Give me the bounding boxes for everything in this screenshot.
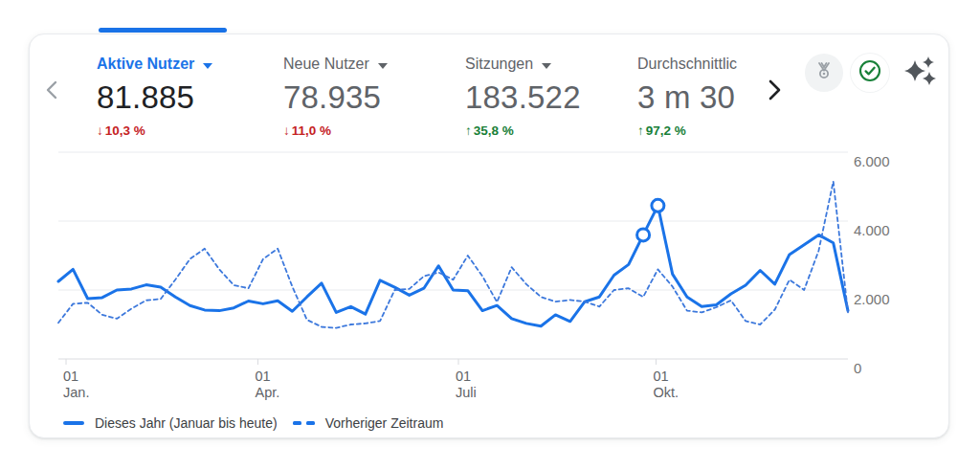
x-axis-tick-day: 01	[456, 368, 471, 384]
x-axis-tick-month: Jan.	[63, 385, 89, 400]
metric-label: Aktive Nutzer	[97, 54, 194, 75]
x-axis-tick-month: Apr.	[255, 385, 279, 400]
metric-tab-aktive-nutzer[interactable]: Aktive Nutzer 81.885 ↓10,3 %	[97, 54, 274, 138]
y-axis-tick: 2.000	[854, 291, 890, 307]
metric-tab-sitzungen[interactable]: Sitzungen 183.522 ↑35,8 %	[465, 54, 642, 138]
data-point-marker	[637, 229, 650, 241]
metric-value: 78.935	[283, 79, 460, 116]
solid-line-swatch-icon	[63, 421, 84, 425]
dashed-line-swatch-icon	[293, 421, 315, 425]
y-axis-tick: 4.000	[854, 222, 890, 238]
y-axis-tick: 0	[854, 360, 861, 376]
metric-delta: ↓10,3 %	[97, 123, 274, 138]
delta-percent: 97,2 %	[646, 123, 686, 138]
data-quality-button[interactable]	[851, 54, 889, 92]
benchmark-medal-button[interactable]	[805, 54, 843, 92]
prev-metrics-button[interactable]	[41, 77, 64, 103]
x-axis-tick-month: Juli	[456, 385, 477, 400]
chevron-right-icon	[763, 77, 786, 103]
medal-icon	[813, 59, 835, 86]
x-axis-tick-day: 01	[63, 368, 78, 384]
x-axis-tick-month: Okt.	[654, 385, 679, 400]
delta-percent: 11,0 %	[292, 123, 331, 138]
x-axis-tick-day: 01	[654, 368, 669, 384]
chevron-left-icon	[41, 77, 64, 103]
metric-delta: ↑97,2 %	[637, 123, 762, 138]
trend-arrow-icon: ↑	[465, 123, 472, 138]
sparkle-stars-icon	[902, 53, 939, 93]
metric-delta: ↓11,0 %	[283, 123, 460, 138]
metric-delta: ↑35,8 %	[465, 123, 642, 138]
trend-arrow-icon: ↓	[283, 123, 290, 138]
current-period-line	[58, 206, 848, 326]
previous-period-line	[58, 182, 848, 328]
trend-arrow-icon: ↓	[97, 123, 103, 138]
dropdown-arrow-icon[interactable]	[542, 63, 551, 69]
delta-percent: 35,8 %	[474, 123, 514, 138]
dropdown-arrow-icon[interactable]	[378, 63, 388, 69]
check-circle-icon	[858, 58, 882, 87]
metric-value: 81.885	[97, 79, 274, 116]
next-metrics-button[interactable]	[763, 77, 786, 103]
delta-percent: 10,3 %	[105, 123, 145, 138]
data-point-marker	[652, 199, 664, 212]
metric-tab-neue-nutzer[interactable]: Neue Nutzer 78.935 ↓11,0 %	[283, 54, 460, 138]
metric-value: 3 m 30	[637, 79, 762, 116]
x-axis-tick-day: 01	[255, 368, 270, 384]
dropdown-arrow-icon[interactable]	[203, 63, 212, 69]
active-tab-indicator	[99, 28, 227, 33]
metric-value: 183.522	[465, 79, 642, 116]
metric-label: Sitzungen	[465, 54, 533, 75]
legend-label-current: Dieses Jahr (Januar bis heute)	[95, 415, 278, 431]
y-axis-tick: 6.000	[854, 153, 890, 169]
metric-label: Durchschnittlic	[637, 54, 737, 75]
metrics-overview-card: Aktive Nutzer 81.885 ↓10,3 % Neue Nutzer…	[29, 34, 949, 438]
insights-button[interactable]	[902, 54, 940, 92]
metric-label: Neue Nutzer	[283, 54, 369, 75]
metric-tab-durchschnittliche[interactable]: Durchschnittlic 3 m 30 ↑97,2 %	[637, 54, 762, 138]
chart-legend: Dieses Jahr (Januar bis heute) Vorherige…	[63, 413, 443, 434]
legend-label-previous: Vorheriger Zeitraum	[325, 415, 444, 431]
trend-arrow-icon: ↑	[637, 123, 644, 138]
